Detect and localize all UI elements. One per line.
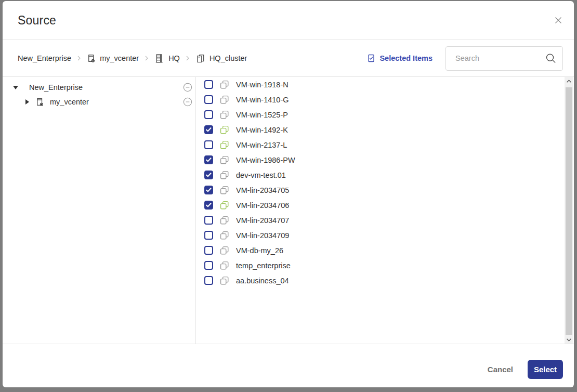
vm-rows: VM-win-1918-NVM-win-1410-GVM-win-1525-PV… xyxy=(204,77,565,288)
cancel-button[interactable]: Cancel xyxy=(488,365,513,374)
breadcrumb-item-label: HQ xyxy=(168,54,180,62)
vm-checkbox[interactable] xyxy=(204,186,213,194)
vm-checkbox[interactable] xyxy=(204,246,213,255)
caret-down-icon[interactable] xyxy=(13,86,18,89)
vm-icon xyxy=(220,155,229,165)
vm-row[interactable]: VM-win-1525-P xyxy=(204,107,565,122)
vm-checkbox[interactable] xyxy=(204,261,213,270)
breadcrumb-item-label: HQ_cluster xyxy=(209,54,247,62)
vm-name: VM-win-1986-PW xyxy=(236,156,295,164)
breadcrumb-item[interactable]: my_vcenter xyxy=(87,54,139,63)
search-box xyxy=(445,46,563,71)
vm-icon xyxy=(220,261,229,270)
breadcrumb-separator-icon xyxy=(145,55,149,61)
search-icon xyxy=(545,53,557,64)
vm-checkbox[interactable] xyxy=(204,95,213,104)
selected-items-link[interactable]: Selected Items xyxy=(367,54,432,62)
breadcrumb-item[interactable]: HQ xyxy=(154,54,180,63)
scrollbar-thumb[interactable] xyxy=(566,87,572,335)
vm-row[interactable]: VM-win-1986-PW xyxy=(204,152,565,167)
content-area: New_Enterprisemy_vcenter VM-win-1918-NVM… xyxy=(3,77,574,344)
breadcrumb-separator-icon xyxy=(186,55,190,61)
vm-name: VM-win-1918-N xyxy=(236,81,288,89)
vm-icon xyxy=(220,80,229,89)
breadcrumb-item-label: New_Enterprise xyxy=(18,54,71,62)
vm-row[interactable]: temp_enterprise xyxy=(204,258,565,273)
vm-name: VM-lin-2034706 xyxy=(236,201,289,210)
breadcrumb: New_Enterprisemy_vcenterHQHQ_cluster xyxy=(18,54,247,63)
vm-checkbox[interactable] xyxy=(204,216,213,225)
vm-checkbox[interactable] xyxy=(204,80,213,89)
dialog-footer: Cancel Select xyxy=(3,344,574,387)
vm-icon xyxy=(220,125,229,135)
vm-checkbox[interactable] xyxy=(204,140,213,149)
tree-node[interactable]: my_vcenter xyxy=(3,95,195,109)
vm-row[interactable]: VM-win-1918-N xyxy=(204,77,565,92)
doc-check-icon xyxy=(367,54,375,62)
vm-name: VM-lin-2034705 xyxy=(236,186,289,194)
vm-row[interactable]: VM-lin-2034706 xyxy=(204,198,565,213)
vm-checkbox[interactable] xyxy=(204,276,213,285)
vm-icon xyxy=(220,246,229,255)
vm-name: VM-lin-2034707 xyxy=(236,216,289,225)
selected-items-label: Selected Items xyxy=(379,54,432,62)
vm-row[interactable]: dev-vm-test.01 xyxy=(204,167,565,182)
vm-name: VM-win-1492-K xyxy=(236,126,288,134)
breadcrumb-item[interactable]: New_Enterprise xyxy=(18,54,71,62)
vm-checkbox[interactable] xyxy=(204,201,213,210)
vm-checkbox[interactable] xyxy=(204,155,213,164)
vcenter-icon xyxy=(87,54,96,63)
vm-checkbox[interactable] xyxy=(204,171,213,179)
vm-name: dev-vm-test.01 xyxy=(236,171,286,179)
vm-icon xyxy=(220,201,229,210)
breadcrumb-item[interactable]: HQ_cluster xyxy=(195,54,247,63)
toolbar-right: Selected Items xyxy=(367,46,563,71)
tree-node[interactable]: New_Enterprise xyxy=(3,80,195,95)
minus-circle-icon[interactable] xyxy=(183,83,192,92)
vm-icon xyxy=(220,95,229,104)
vm-row[interactable]: VM-win-1410-G xyxy=(204,92,565,107)
toolbar: New_Enterprisemy_vcenterHQHQ_cluster Sel… xyxy=(3,40,574,77)
entity-tree: New_Enterprisemy_vcenter xyxy=(3,77,196,344)
vm-name: VM-win-1410-G xyxy=(236,96,289,104)
caret-right-icon[interactable] xyxy=(24,99,30,104)
dialog-title: Source xyxy=(18,14,56,28)
scroll-up-icon[interactable] xyxy=(565,77,573,85)
vm-row[interactable]: VM-lin-2034705 xyxy=(204,182,565,198)
select-button[interactable]: Select xyxy=(528,360,563,379)
vm-icon xyxy=(220,140,229,150)
vm-icon xyxy=(220,171,229,180)
vm-name: aa.business_04 xyxy=(236,277,289,285)
vm-name: temp_enterprise xyxy=(236,262,291,270)
tree-node-label: my_vcenter xyxy=(50,98,89,106)
vm-icon xyxy=(220,186,229,195)
breadcrumb-separator-icon xyxy=(77,55,81,61)
vm-icon xyxy=(220,110,229,120)
vm-icon xyxy=(220,231,229,240)
close-icon[interactable] xyxy=(554,16,562,24)
dialog-header: Source xyxy=(3,1,574,40)
vm-row[interactable]: VM-lin-2034707 xyxy=(204,213,565,228)
vm-name: VM-lin-2034709 xyxy=(236,231,289,240)
datacenter-icon xyxy=(154,54,164,63)
source-dialog: Source New_Enterprisemy_vcenterHQHQ_clus… xyxy=(3,1,574,387)
vm-checkbox[interactable] xyxy=(204,125,213,134)
vcenter-icon xyxy=(35,98,44,107)
vm-icon xyxy=(220,216,229,225)
vm-list-panel: VM-win-1918-NVM-win-1410-GVM-win-1525-PV… xyxy=(196,77,574,344)
vm-name: VM-win-2137-L xyxy=(236,141,287,149)
vm-row[interactable]: VM-win-1492-K xyxy=(204,122,565,137)
vm-row[interactable]: VM-lin-2034709 xyxy=(204,228,565,243)
vm-checkbox[interactable] xyxy=(204,231,213,240)
vm-name: VM-win-1525-P xyxy=(236,111,288,119)
tree-node-label: New_Enterprise xyxy=(29,83,83,92)
vm-checkbox[interactable] xyxy=(204,110,213,119)
minus-circle-icon[interactable] xyxy=(183,97,192,107)
cluster-icon xyxy=(195,54,205,63)
vm-row[interactable]: VM-win-2137-L xyxy=(204,137,565,152)
scrollbar[interactable] xyxy=(565,77,573,344)
vm-row[interactable]: VM-db-my_26 xyxy=(204,243,565,258)
vm-icon xyxy=(220,276,229,285)
scroll-down-icon[interactable] xyxy=(565,335,573,344)
vm-row[interactable]: aa.business_04 xyxy=(204,273,565,288)
